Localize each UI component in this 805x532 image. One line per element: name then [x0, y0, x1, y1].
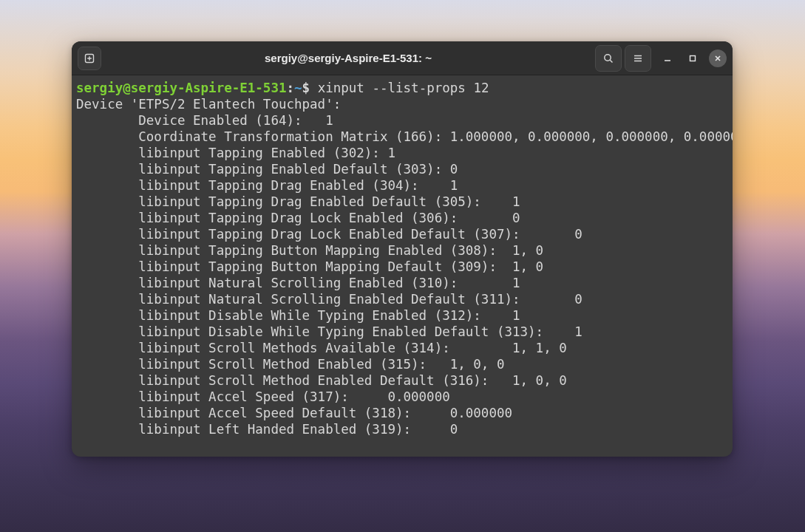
- prompt-dollar: $: [302, 81, 310, 95]
- window-title: sergiy@sergiy-Aspire-E1-531: ~: [101, 52, 595, 64]
- prompt-user-host: sergiy@sergiy-Aspire-E1-531: [76, 81, 286, 95]
- titlebar: sergiy@sergiy-Aspire-E1-531: ~: [72, 41, 733, 75]
- terminal-viewport[interactable]: sergiy@sergiy-Aspire-E1-531:~$ xinput --…: [72, 75, 733, 457]
- hamburger-icon: [632, 52, 644, 64]
- command-text: xinput --list-props 12: [318, 81, 489, 95]
- new-tab-icon: [84, 52, 95, 64]
- terminal-window: sergiy@sergiy-Aspire-E1-531: ~: [72, 41, 733, 457]
- minimize-icon: [663, 54, 672, 63]
- prompt-path: ~: [294, 81, 302, 95]
- svg-point-3: [605, 54, 611, 60]
- close-button[interactable]: [709, 50, 727, 67]
- maximize-button[interactable]: [684, 50, 702, 67]
- command-output: Device 'ETPS/2 Elantech Touchpad': Devic…: [76, 97, 733, 437]
- prompt-separator: :: [286, 81, 294, 95]
- svg-line-4: [610, 60, 612, 62]
- menu-button[interactable]: [625, 45, 651, 72]
- maximize-icon: [688, 54, 697, 63]
- close-icon: [713, 54, 722, 63]
- search-icon: [602, 52, 614, 64]
- new-tab-button[interactable]: [78, 47, 101, 70]
- search-button[interactable]: [595, 45, 622, 72]
- minimize-button[interactable]: [659, 50, 676, 67]
- svg-rect-9: [690, 55, 696, 61]
